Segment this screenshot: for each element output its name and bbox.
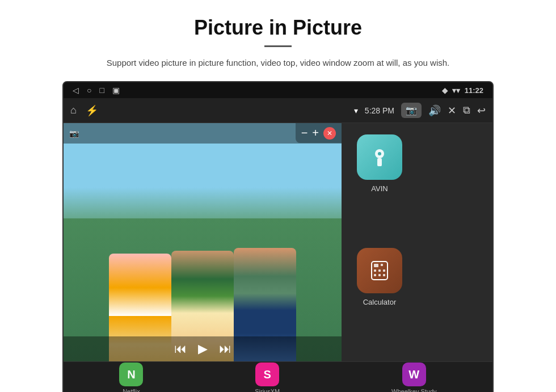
app-bar-left: ⌂ ⚡ [70,104,354,117]
svg-rect-5 [377,158,382,166]
back-icon[interactable]: ↩ [477,104,486,117]
camera-button[interactable]: 📷 [401,103,422,118]
calculator-icon-svg [367,258,392,283]
pip-plus-button[interactable]: + [312,127,319,140]
back-nav-icon[interactable]: ◁ [73,86,79,95]
dock-label-netflix: Netflix [123,388,140,392]
pip-minus-button[interactable]: − [301,127,308,140]
page-title: Picture in Picture [194,16,362,40]
status-bar-right: ◆ ▾▾ 11:22 [442,86,483,95]
pip-controls: − + ✕ [296,123,342,143]
svg-rect-13 [374,269,376,272]
bottom-dock: N Netflix S SiriusXM W Wheelkey Study [64,361,492,392]
dock-item-siriusxm[interactable]: S SiriusXM [255,363,280,392]
video-player: 📷 − + ✕ ⏮ ▶ ⏭ [64,123,342,361]
app-icon-calculator [357,248,402,293]
tablet-frame: ◁ ○ □ ▣ ◆ ▾▾ 11:22 ⌂ ⚡ ▾ 5:28 PM 📷 🔊 [62,81,494,392]
prev-button[interactable]: ⏮ [174,342,187,356]
dock-icon-wheelkey: W [402,363,426,386]
appbar-time: 5:28 PM [365,106,394,115]
dock-icon-siriusxm: S [255,363,279,386]
main-area: 📷 − + ✕ ⏮ ▶ ⏭ [64,123,492,361]
close-icon[interactable]: ✕ [448,104,456,117]
app-bar-right: ▾ 5:28 PM 📷 🔊 ✕ ⧉ ↩ [354,103,486,118]
app-label-calculator: Calculator [363,298,397,306]
app-icon-avin [357,134,402,180]
netflix-letter: N [127,368,135,381]
svg-rect-18 [383,274,385,276]
app-bar: ⌂ ⚡ ▾ 5:28 PM 📷 🔊 ✕ ⧉ ↩ [64,98,492,123]
video-background [64,123,342,361]
home-icon[interactable]: ⌂ [70,104,77,116]
home-nav-icon[interactable]: ○ [87,86,91,95]
svg-rect-15 [383,269,385,272]
svg-rect-17 [378,274,381,276]
volume-icon[interactable]: 🔊 [428,104,441,117]
next-button[interactable]: ⏭ [219,342,231,356]
video-controls-bottom: ⏮ ▶ ⏭ [64,336,342,361]
pip-close-icon: ✕ [327,129,332,137]
status-time: 11:22 [465,86,483,95]
window-icon[interactable]: ⧉ [463,104,470,116]
recents-nav-icon[interactable]: □ [99,86,104,95]
location-icon: ◆ [442,86,448,95]
title-divider [264,45,292,47]
siriusxm-letter: S [264,368,271,381]
svg-rect-16 [374,274,376,276]
status-bar: ◁ ○ □ ▣ ◆ ▾▾ 11:22 [64,82,492,98]
pip-close-button[interactable]: ✕ [323,127,336,140]
wifi-icon: ▾ [354,106,358,115]
dock-item-wheelkey[interactable]: W Wheelkey Study [391,363,436,392]
play-button[interactable]: ▶ [198,342,208,356]
dock-icon-netflix: N [119,363,143,386]
video-people [64,183,342,361]
screenshot-icon[interactable]: ▣ [112,86,120,95]
dock-item-netflix[interactable]: N Netflix [119,363,143,392]
avin-icon-svg [367,145,392,170]
wheelkey-letter: W [408,368,419,381]
page-wrapper: Picture in Picture Support video picture… [0,0,556,392]
svg-rect-14 [378,269,381,272]
video-camera-icon: 📷 [69,129,79,138]
dock-label-siriusxm: SiriusXM [255,388,280,392]
usb-icon[interactable]: ⚡ [86,104,98,117]
signal-icon: ▾▾ [452,86,460,95]
svg-point-6 [378,152,381,155]
svg-rect-12 [381,264,383,266]
status-bar-left: ◁ ○ □ ▣ [73,86,120,95]
dock-label-wheelkey: Wheelkey Study [391,388,436,392]
video-overlay[interactable]: 📷 − + ✕ ⏮ ▶ ⏭ [64,123,342,361]
app-label-avin: AVIN [371,184,387,193]
page-subtitle: Support video picture in picture functio… [107,56,449,70]
svg-rect-11 [374,264,378,267]
